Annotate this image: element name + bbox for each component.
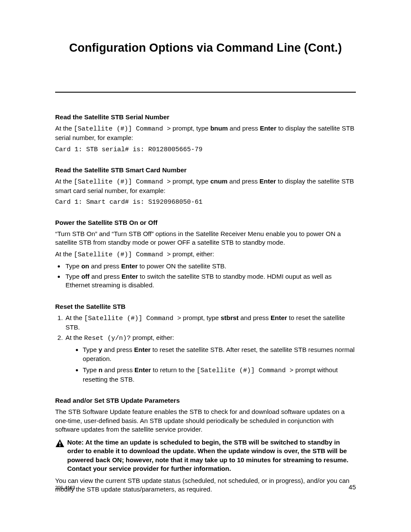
heading-update-params: Read and/or Set STB Update Parameters	[55, 397, 356, 404]
text: Type	[83, 366, 99, 373]
bullet-list: Type on and press Enter to power ON the …	[55, 262, 356, 290]
text: prompt, either:	[171, 250, 214, 258]
command: stbrst	[221, 314, 239, 321]
text: and press	[227, 177, 259, 185]
text: and press	[89, 262, 121, 270]
list-item: Type y and press Enter to reset the sate…	[83, 345, 356, 363]
text: At the	[55, 250, 74, 258]
warning-icon	[55, 438, 67, 449]
document-page: Configuration Options via Command Line (…	[0, 0, 411, 532]
paragraph: “Turn STB On” and “Turn STB Off” options…	[55, 230, 356, 247]
text: Type	[65, 273, 81, 280]
text: and press	[103, 366, 134, 373]
text: to return to the	[151, 366, 196, 373]
heading-read-serial: Read the Satellite STB Serial Number	[55, 113, 356, 121]
command: off	[81, 273, 90, 280]
page-number: 45	[349, 483, 356, 491]
numbered-list: At the [Satellite (#)] Command > prompt,…	[55, 314, 356, 384]
svg-rect-1	[59, 442, 61, 444]
command: cnum	[210, 177, 227, 185]
heading-reset-stb: Reset the Satellite STB	[55, 303, 356, 310]
heading-power-stb: Power the Satellite STB On or Off	[55, 219, 356, 226]
inline-code: [Satellite (#)] Command >	[74, 251, 171, 258]
key: Enter	[271, 314, 287, 321]
paragraph: At the [Satellite (#)] Command > prompt,…	[55, 250, 356, 259]
text: At the	[55, 124, 74, 132]
key: Enter	[121, 273, 138, 280]
text: to power ON the satellite STB.	[138, 262, 227, 270]
page-footer: 206-4183 45	[55, 483, 356, 491]
text: and press	[239, 314, 271, 321]
command: y	[99, 346, 102, 353]
command: bnum	[210, 124, 228, 132]
sub-bullet-list: Type y and press Enter to reset the sate…	[65, 345, 356, 384]
text: prompt, either:	[131, 334, 174, 341]
text: prompt, type	[181, 314, 221, 321]
text: prompt, type	[171, 124, 210, 132]
command: n	[99, 366, 103, 373]
paragraph: The STB Software Update feature enables …	[55, 408, 356, 434]
text: At the	[65, 314, 84, 321]
list-item: Type off and press Enter to switch the s…	[65, 272, 356, 290]
inline-code: [Satellite (#)] Command >	[74, 125, 171, 133]
text: and press	[102, 346, 134, 353]
doc-id: 206-4183	[55, 485, 75, 490]
note-block: Note: At the time an update is scheduled…	[55, 438, 356, 473]
text: and press	[90, 273, 121, 280]
key: Enter	[121, 262, 137, 270]
inline-code: [Satellite (#)] Command >	[84, 315, 181, 322]
inline-code: [Satellite (#)] Command >	[196, 367, 293, 374]
key: Enter	[259, 177, 276, 185]
note-text: Note: At the time an update is scheduled…	[67, 438, 356, 473]
code-output: Card 1: Smart card# is: S1920968050-61	[55, 199, 356, 206]
key: Enter	[260, 124, 276, 132]
list-item: At the [Satellite (#)] Command > prompt,…	[65, 314, 356, 332]
text: prompt, type	[171, 177, 210, 185]
key: Enter	[134, 366, 151, 373]
code-output: Card 1: STB serial# is: R0128005665-79	[55, 146, 356, 153]
page-title: Configuration Options via Command Line (…	[55, 41, 356, 55]
paragraph: At the [Satellite (#)] Command > prompt,…	[55, 177, 356, 196]
text: and press	[228, 124, 260, 132]
list-item: At the Reset (y/n)? prompt, either: Type…	[65, 333, 356, 384]
text: At the	[65, 334, 84, 341]
command: on	[81, 262, 89, 270]
text: Type	[83, 346, 99, 353]
text: At the	[55, 177, 74, 185]
inline-code: Reset (y/n)?	[84, 335, 131, 342]
list-item: Type n and press Enter to return to the …	[83, 366, 356, 384]
paragraph: At the [Satellite (#)] Command > prompt,…	[55, 124, 356, 143]
svg-rect-2	[59, 445, 61, 447]
heading-read-smart-card: Read the Satellite STB Smart Card Number	[55, 166, 356, 174]
list-item: Type on and press Enter to power ON the …	[65, 262, 356, 271]
text: Type	[65, 262, 81, 270]
title-divider	[55, 92, 356, 93]
inline-code: [Satellite (#)] Command >	[74, 178, 171, 186]
key: Enter	[134, 346, 150, 353]
